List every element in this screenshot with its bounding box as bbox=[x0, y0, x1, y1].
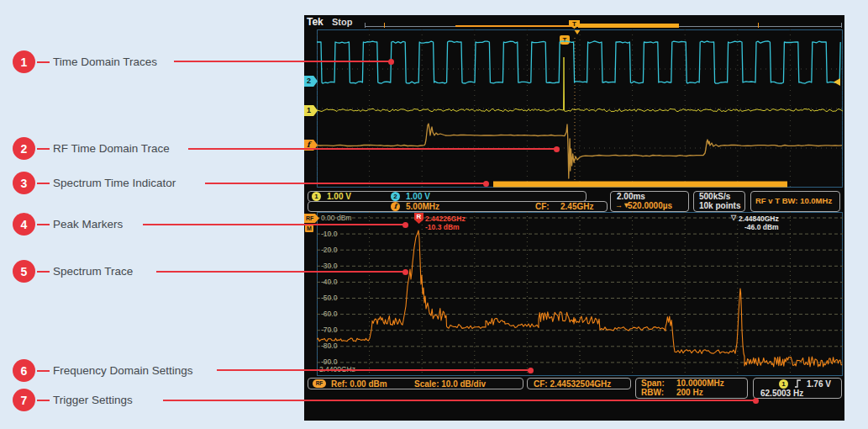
callout-line bbox=[143, 224, 406, 225]
track-tick bbox=[365, 23, 366, 28]
db-scale-label: -50.0 bbox=[321, 294, 337, 302]
callout-dot bbox=[402, 269, 408, 275]
callout-dash bbox=[37, 400, 50, 401]
callout-number: 2 bbox=[13, 137, 35, 160]
callout-line bbox=[156, 271, 406, 273]
peak-marker-frequency: 2.44840GHz bbox=[739, 214, 779, 223]
rbw-value: 200 Hz bbox=[676, 388, 703, 397]
channel1-scale-readout: 1.00 V bbox=[327, 192, 351, 201]
channel2-scale-readout: 1.00 V bbox=[406, 192, 430, 201]
callout-label: Spectrum Time Indicator bbox=[53, 177, 176, 189]
timebase-readout: 2.00ms bbox=[617, 192, 645, 201]
record-length-readout: 10k points bbox=[699, 201, 740, 210]
callout-number: 7 bbox=[13, 389, 35, 411]
callout-trigger-settings: 7 Trigger Settings bbox=[13, 389, 133, 411]
callout-spectrum-time-indicator: 3 Spectrum Time Indicator bbox=[13, 172, 176, 194]
trigger-readout-box: 1 1.76 V 62.5003 Hz bbox=[753, 378, 842, 399]
ref-level-readout: Ref: 0.00 dBm bbox=[331, 379, 387, 389]
callout-number: 6 bbox=[13, 359, 35, 382]
callout-line bbox=[217, 369, 531, 371]
peak-marker-amplitude: -46.0 dBm bbox=[744, 223, 779, 231]
callout-dot bbox=[554, 146, 560, 152]
callout-dash bbox=[37, 61, 50, 63]
callout-number: 4 bbox=[13, 213, 35, 236]
callout-label: Spectrum Trace bbox=[53, 265, 133, 278]
db-scale-label: -70.0 bbox=[321, 326, 337, 334]
callout-dash bbox=[37, 224, 50, 225]
spectrum-time-topbar-thin bbox=[455, 25, 578, 27]
db-scale-label: -60.0 bbox=[321, 310, 337, 318]
callout-dot bbox=[528, 368, 534, 373]
callout-line bbox=[174, 61, 392, 62]
acquisition-status: Stop bbox=[332, 17, 352, 27]
trigger-source-badge: 1 bbox=[779, 379, 788, 389]
callout-label: Frequency Domain Settings bbox=[53, 364, 193, 377]
callout-dash bbox=[37, 370, 50, 372]
callout-dot bbox=[402, 222, 408, 228]
db-scale-label: -40.0 bbox=[321, 278, 337, 286]
db-scale-label: -20.0 bbox=[321, 246, 337, 254]
db-scale-label: 0.00 dBm bbox=[321, 214, 351, 222]
callout-label: Time Domain Traces bbox=[53, 56, 157, 68]
reference-marker-amplitude: -10.3 dBm bbox=[425, 223, 460, 231]
callout-label: Trigger Settings bbox=[53, 394, 133, 406]
rising-edge-icon bbox=[794, 379, 802, 389]
callout-line bbox=[163, 400, 756, 401]
annotated-oscilloscope-figure: Tek Stop T T 2 1 f 1 1.00 V 2 1.00 V f 5… bbox=[0, 0, 868, 429]
callout-dot bbox=[483, 181, 489, 187]
cf-label: CF: bbox=[535, 202, 550, 211]
channel1-badge: 1 bbox=[304, 105, 318, 116]
db-scale-label: -30.0 bbox=[321, 262, 337, 270]
callout-dash bbox=[37, 183, 50, 184]
oscilloscope-screen: Tek Stop T T 2 1 f 1 1.00 V 2 1.00 V f 5… bbox=[304, 15, 844, 421]
peak-marker-icon: ▽ bbox=[731, 214, 736, 221]
callout-number: 1 bbox=[13, 50, 35, 73]
sample-rate-readout: 500kS/s bbox=[699, 192, 730, 201]
scale-readout: Scale: 10.0 dB/div bbox=[414, 379, 486, 389]
db-scale-label: -10.0 bbox=[321, 230, 337, 238]
callout-dash bbox=[37, 148, 50, 150]
callout-dot bbox=[388, 59, 394, 65]
rf-freq-scale-readout: 5.00MHz bbox=[406, 202, 439, 211]
callout-number: 5 bbox=[13, 260, 35, 283]
callout-label: RF Time Domain Trace bbox=[53, 142, 170, 155]
track-tick bbox=[384, 23, 385, 28]
track-tick bbox=[841, 23, 842, 28]
spectrum-time-indicator-bar bbox=[493, 182, 787, 188]
callout-line bbox=[205, 183, 487, 184]
spectrum-plot bbox=[317, 212, 843, 376]
rf-vs-time-bw-readout: RF v T BW: 10.0MHz bbox=[755, 196, 832, 205]
callout-number: 3 bbox=[13, 172, 35, 194]
callout-label: Peak Markers bbox=[53, 218, 123, 230]
horizontal-readout-box: 2.00ms →▼ 520.0000µs bbox=[610, 191, 689, 212]
track-tick bbox=[758, 23, 759, 28]
rf-badge: RF bbox=[313, 379, 326, 388]
rf-readout-box: f 5.00MHz CF: 2.45GHz bbox=[308, 201, 608, 212]
rf-time-readout-badge: f bbox=[391, 202, 400, 211]
trigger-time-readout: 520.0000µs bbox=[628, 201, 672, 210]
callout-rf-time-domain-trace: 2 RF Time Domain Trace bbox=[13, 137, 170, 160]
span-label: Span: bbox=[641, 379, 665, 388]
cf-value: 2.45GHz bbox=[560, 202, 593, 211]
rf-settings-box: RF Ref: 0.00 dBm Scale: 10.0 dB/div bbox=[308, 378, 523, 389]
acquisition-readout-box: 500kS/s 10k points bbox=[693, 191, 745, 212]
callout-peak-markers: 4 Peak Markers bbox=[13, 213, 123, 236]
center-frequency-readout: CF: 2.44532504GHz bbox=[534, 379, 611, 389]
callout-line bbox=[188, 148, 557, 150]
trigger-level-readout: 1.76 V bbox=[807, 379, 831, 389]
tek-logo: Tek bbox=[307, 16, 324, 28]
callout-dash bbox=[37, 271, 50, 273]
callout-spectrum-trace: 5 Spectrum Trace bbox=[13, 260, 133, 283]
span-rbw-box: Span: 10.0000MHz RBW: 200 Hz bbox=[635, 378, 748, 399]
reference-marker-frequency: 2.44226GHz bbox=[425, 214, 466, 223]
db-scale-label: -80.0 bbox=[321, 342, 337, 350]
channel2-trace bbox=[317, 41, 840, 83]
callout-time-domain-traces: 1 Time Domain Traces bbox=[13, 50, 157, 73]
trigger-frequency-readout: 62.5003 Hz bbox=[760, 389, 803, 398]
center-frequency-box: CF: 2.44532504GHz bbox=[527, 378, 631, 389]
callout-frequency-domain-settings: 6 Frequency Domain Settings bbox=[13, 359, 193, 382]
span-value: 10.0000MHz bbox=[676, 379, 724, 388]
spectrum-time-topbar bbox=[578, 24, 679, 28]
rf-bandwidth-box: RF v T BW: 10.0MHz bbox=[750, 191, 840, 212]
marker-m-badge: M bbox=[305, 225, 313, 232]
